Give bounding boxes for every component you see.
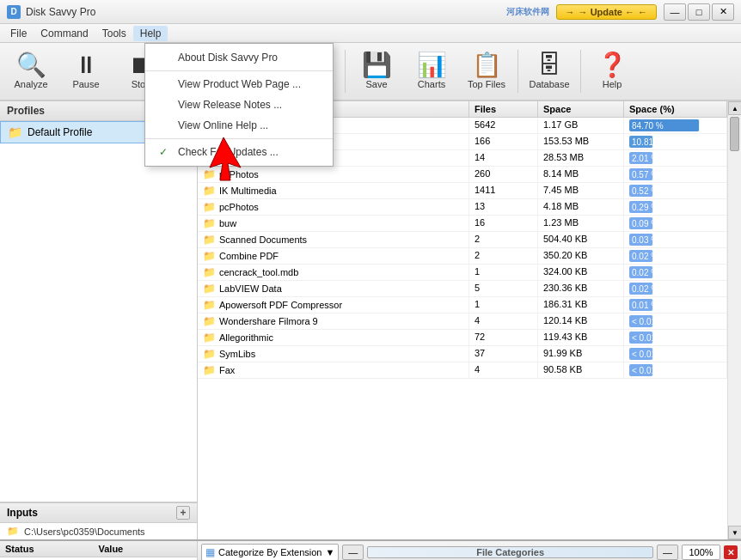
file-space: 350.20 KB bbox=[538, 248, 624, 264]
cat-close-button[interactable]: ✕ bbox=[724, 545, 738, 559]
file-count: 1 bbox=[469, 265, 538, 280]
space-pct-bar: 0.52 % bbox=[629, 185, 653, 197]
menu-online-help[interactable]: View Online Help ... bbox=[145, 115, 333, 136]
toolbar-separator-3 bbox=[517, 50, 518, 93]
file-name: Apowersoft PDF Compressor bbox=[219, 300, 342, 310]
table-row[interactable]: 📁 buw 16 1.23 MB 0.09 % bbox=[198, 216, 727, 232]
file-space: 4.18 MB bbox=[538, 199, 624, 215]
space-pct-bar: 84.70 % bbox=[629, 119, 700, 131]
online-help-label: View Online Help ... bbox=[178, 119, 268, 131]
update-button[interactable]: → → Update ← ← bbox=[556, 4, 657, 20]
status-panel: Status Value Processed Dirs 663 Processe… bbox=[0, 541, 198, 560]
updates-check: ✓ bbox=[159, 146, 171, 158]
menu-command[interactable]: Command bbox=[34, 26, 95, 41]
analyze-button[interactable]: 🔍 Analyze bbox=[5, 46, 57, 96]
toolbar-separator-4 bbox=[580, 50, 581, 93]
file-pct-cell: 0.29 % bbox=[624, 199, 727, 215]
scroll-up-arrow[interactable]: ▲ bbox=[728, 101, 741, 115]
menu-file[interactable]: File bbox=[3, 26, 34, 41]
table-row[interactable]: 📁 cencrack_tool.mdb 1 324.00 KB 0.02 % bbox=[198, 265, 727, 281]
help-button[interactable]: ❓ Help bbox=[586, 46, 638, 96]
bottom-area: Status Value Processed Dirs 663 Processe… bbox=[0, 539, 741, 560]
table-row[interactable]: 📁 Combine PDF 2 350.20 KB 0.02 % bbox=[198, 248, 727, 265]
cat-pct-minus[interactable]: — bbox=[657, 545, 678, 560]
cat-minus-button[interactable]: — bbox=[342, 545, 364, 560]
categorize-select[interactable]: ▦ Categorize By Extension ▼ bbox=[201, 544, 339, 560]
file-name-cell: 📁 pcPhotos bbox=[198, 167, 469, 182]
file-count: 2 bbox=[469, 248, 538, 264]
menu-webpage[interactable]: View Product Web Page ... bbox=[145, 74, 333, 94]
save-button[interactable]: 💾 Save bbox=[351, 46, 402, 96]
folder-icon: 📁 bbox=[203, 234, 216, 246]
file-name: Fax bbox=[219, 365, 235, 375]
table-row[interactable]: 📁 Apowersoft PDF Compressor 1 186.31 KB … bbox=[198, 297, 727, 313]
menu-release-notes[interactable]: View Release Notes ... bbox=[145, 94, 333, 115]
table-row[interactable]: 📁 pcPhotos 260 8.14 MB 0.57 % bbox=[198, 167, 727, 183]
topfiles-button[interactable]: 📋 Top Files bbox=[461, 46, 512, 96]
space-pct-bar: < 0.01 % bbox=[629, 315, 653, 327]
cat-select-label: Categorize By Extension bbox=[218, 547, 322, 557]
file-name: buw bbox=[219, 218, 236, 228]
menu-help[interactable]: Help bbox=[133, 26, 168, 41]
inputs-title: Inputs bbox=[7, 507, 38, 519]
file-name-cell: 📁 cencrack_tool.mdb bbox=[198, 265, 469, 280]
table-row[interactable]: 📁 LabVIEW Data 5 230.36 KB 0.02 % bbox=[198, 281, 727, 297]
table-row[interactable]: 📁 Fax 4 90.58 KB < 0.01 % bbox=[198, 362, 727, 379]
charts-label: Charts bbox=[418, 79, 445, 89]
space-pct-bar: 2.01 % bbox=[629, 152, 653, 164]
file-count: 166 bbox=[469, 134, 538, 149]
menu-tools[interactable]: Tools bbox=[95, 26, 133, 41]
folder-icon: 📁 bbox=[203, 217, 216, 229]
table-row[interactable]: 📁 pcPhotos 13 4.18 MB 0.29 % bbox=[198, 199, 727, 216]
notes-label: View Release Notes ... bbox=[178, 99, 282, 111]
file-count: 4 bbox=[469, 313, 538, 329]
maximize-button[interactable]: □ bbox=[688, 3, 710, 21]
minimize-button[interactable]: — bbox=[664, 3, 686, 21]
file-name-cell: 📁 Combine PDF bbox=[198, 248, 469, 264]
file-count: 16 bbox=[469, 216, 538, 231]
file-name-cell: 📁 SymLibs bbox=[198, 346, 469, 362]
add-input-button[interactable]: + bbox=[176, 506, 190, 520]
file-pct-cell: 0.03 % bbox=[624, 232, 727, 247]
file-name: Allegorithmic bbox=[219, 332, 273, 343]
scroll-down-arrow[interactable]: ▼ bbox=[728, 526, 741, 539]
charts-button[interactable]: 📊 Charts bbox=[406, 46, 457, 96]
space-pct-bar: < 0.01 % bbox=[629, 332, 653, 344]
file-count: 4 bbox=[469, 362, 538, 378]
file-name-cell: 📁 buw bbox=[198, 216, 469, 231]
analyze-icon: 🔍 bbox=[16, 53, 46, 77]
file-space: 324.00 KB bbox=[538, 265, 624, 280]
menu-about[interactable]: About Disk Savvy Pro bbox=[145, 47, 333, 68]
file-name-cell: 📁 Scanned Documents bbox=[198, 232, 469, 247]
pause-icon: ⏸ bbox=[74, 53, 98, 77]
folder-icon: 📁 bbox=[203, 332, 216, 344]
file-pct-cell: < 0.01 % bbox=[624, 330, 727, 345]
scroll-thumb[interactable] bbox=[730, 117, 739, 151]
table-row[interactable]: 📁 IK Multimedia 1411 7.45 MB 0.52 % bbox=[198, 183, 727, 199]
menu-check-updates[interactable]: ✓ Check For Updates ... bbox=[145, 142, 333, 162]
table-row[interactable]: 📁 Scanned Documents 2 504.40 KB 0.03 % bbox=[198, 232, 727, 248]
table-row[interactable]: 📁 Wondershare Filmora 9 4 120.14 KB < 0.… bbox=[198, 313, 727, 330]
table-row[interactable]: 📁 Allegorithmic 72 119.43 KB < 0.01 % bbox=[198, 330, 727, 346]
left-panel: Profiles 📁 Default Profile Inputs + 📁 C:… bbox=[0, 101, 198, 539]
file-list-scrollbar[interactable]: ▲ ▼ bbox=[727, 101, 741, 539]
close-button[interactable]: ✕ bbox=[712, 3, 734, 21]
charts-icon: 📊 bbox=[417, 53, 447, 77]
profile-name: Default Profile bbox=[28, 126, 92, 138]
database-button[interactable]: 🗄 Database bbox=[524, 46, 575, 96]
file-name: pcPhotos bbox=[219, 169, 259, 180]
cat-pct-input[interactable]: 100% bbox=[682, 545, 720, 560]
folder-icon: 📁 bbox=[203, 299, 216, 311]
file-space: 91.99 KB bbox=[538, 346, 624, 362]
file-pct-cell: 0.02 % bbox=[624, 281, 727, 296]
cat-dropdown-arrow: ▼ bbox=[325, 547, 334, 557]
inputs-header: Inputs + bbox=[0, 503, 197, 523]
file-count: 1 bbox=[469, 297, 538, 313]
about-label: About Disk Savvy Pro bbox=[178, 52, 278, 64]
table-row[interactable]: 📁 SymLibs 37 91.99 KB < 0.01 % bbox=[198, 346, 727, 362]
folder-icon: 📁 bbox=[203, 250, 216, 262]
file-pct-cell: 84.70 % bbox=[624, 118, 727, 133]
pause-button[interactable]: ⏸ Pause bbox=[60, 46, 112, 96]
menu-sep-1 bbox=[145, 70, 333, 71]
menu-sep-2 bbox=[145, 138, 333, 139]
